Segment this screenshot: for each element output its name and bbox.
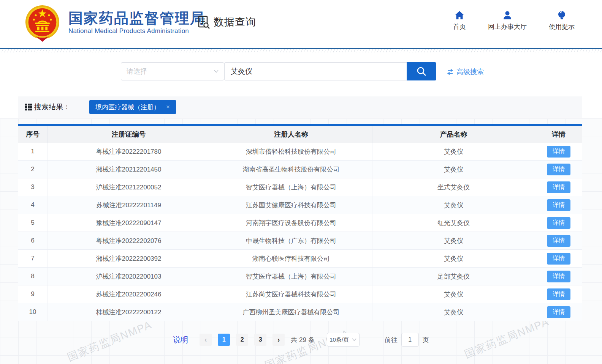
page-size-select[interactable]: 10条/页 <box>327 333 360 347</box>
detail-button[interactable]: 详情 <box>547 288 570 300</box>
page-button-1[interactable]: 1 <box>218 334 230 346</box>
nav-label: 首页 <box>453 22 466 31</box>
filter-sliders-icon <box>447 68 454 76</box>
registrant-name: 江苏国艾健康医疗科技有限公司 <box>210 196 372 214</box>
detail-button[interactable]: 详情 <box>547 199 570 211</box>
nav-item-service-hall[interactable]: 网上办事大厅 <box>488 11 527 31</box>
table-row: 9 苏械注准20202200246 江苏尚艾医疗器械科技有限公司 艾灸仪 详情 <box>18 285 582 303</box>
home-icon <box>455 11 464 20</box>
detail-button[interactable]: 详情 <box>547 146 570 158</box>
registrant-name: 中晟生物科技（广东）有限公司 <box>210 232 372 249</box>
filter-tag-domestic-device[interactable]: 境内医疗器械（注册） × <box>89 100 176 114</box>
product-name: 艾灸仪 <box>372 161 535 178</box>
cert-number: 湘械注准20222200392 <box>48 250 210 267</box>
table-row: 5 豫械注准20222090147 河南翔宇医疗设备股份有限公司 红光艾灸仪 详… <box>18 214 582 232</box>
row-index: 9 <box>18 285 48 303</box>
table-row: 3 沪械注准20212200052 智艾医疗器械（上海）有限公司 坐式艾灸仪 详… <box>18 178 582 196</box>
page-button-3[interactable]: 3 <box>254 334 266 346</box>
grid-icon <box>25 104 32 110</box>
pagination-bar: 说明 ‹ 1 2 3 › 共 29 条 10条/页 前往 页 <box>0 333 602 347</box>
page-header: 国家药品监督管理局 National Medical Products Admi… <box>0 0 602 45</box>
product-name: 艾灸仪 <box>372 196 535 214</box>
nav-label: 网上办事大厅 <box>488 22 527 31</box>
nmpa-emblem-logo <box>24 5 61 42</box>
table-row: 4 苏械注准20222201149 江苏国艾健康医疗科技有限公司 艾灸仪 详情 <box>18 196 582 214</box>
row-index: 10 <box>18 303 48 321</box>
row-index: 2 <box>18 161 48 178</box>
table-row: 6 粤械注准20222202076 中晟生物科技（广东）有限公司 艾灸仪 详情 <box>18 232 582 250</box>
column-header-cert-number: 注册证编号 <box>48 126 210 143</box>
registrant-name: 广西柳州圣美康医疗器械有限公司 <box>210 303 372 321</box>
nav-label: 使用提示 <box>549 22 575 31</box>
table-row: 10 桂械注准20222200122 广西柳州圣美康医疗器械有限公司 艾灸仪 详… <box>18 303 582 321</box>
detail-button[interactable]: 详情 <box>547 235 570 247</box>
registrant-name: 湖南心联医疗科技有限公司 <box>210 250 372 267</box>
goto-suffix: 页 <box>423 336 429 344</box>
note-link[interactable]: 说明 <box>173 335 188 345</box>
category-select[interactable]: 请选择 <box>121 62 224 80</box>
cert-number: 沪械注准20212200052 <box>48 178 210 196</box>
search-icon <box>416 66 427 77</box>
cert-number: 桂械注准20222200122 <box>48 303 210 321</box>
prev-page-button[interactable]: ‹ <box>200 334 212 346</box>
nav-item-usage-tips[interactable]: 使用提示 <box>549 11 575 31</box>
detail-button[interactable]: 详情 <box>547 253 570 265</box>
row-index: 8 <box>18 268 48 285</box>
detail-button[interactable]: 详情 <box>547 164 570 175</box>
detail-button[interactable]: 详情 <box>547 306 570 318</box>
detail-button[interactable]: 详情 <box>547 271 570 282</box>
row-index: 5 <box>18 214 48 232</box>
nmpa-data-query-page: 国家药品监督管理局 National Medical Products Admi… <box>0 0 602 364</box>
advanced-search-link[interactable]: 高级搜索 <box>447 67 484 76</box>
row-index: 1 <box>18 143 48 160</box>
cert-number: 苏械注准20202200246 <box>48 285 210 303</box>
close-icon[interactable]: × <box>166 103 170 111</box>
nav-item-home[interactable]: 首页 <box>453 11 466 31</box>
cert-number: 粤械注准20222201780 <box>48 143 210 160</box>
org-title-block: 国家药品监督管理局 National Medical Products Admi… <box>68 10 205 35</box>
search-button[interactable] <box>407 62 436 80</box>
detail-button[interactable]: 详情 <box>547 217 570 229</box>
search-results-bar: 搜索结果： 境内医疗器械（注册） × <box>18 96 582 118</box>
goto-page-group: 前往 页 <box>385 333 429 347</box>
cert-number: 湘械注准20212201450 <box>48 161 210 178</box>
module-title-text: 数据查询 <box>214 15 256 29</box>
table-row: 2 湘械注准20212201450 湖南省高圣生物科技股份有限公司 艾灸仪 详情 <box>18 161 582 178</box>
product-name: 艾灸仪 <box>372 285 535 303</box>
header-hatch-band <box>0 49 602 52</box>
header-nav: 首页 网上办事大厅 使用提示 <box>453 11 575 31</box>
registrant-name: 深圳市倍轻松科技股份有限公司 <box>210 143 372 160</box>
product-name: 艾灸仪 <box>372 232 535 249</box>
cert-number: 苏械注准20222201149 <box>48 196 210 214</box>
product-name: 艾灸仪 <box>372 303 535 321</box>
org-name-zh: 国家药品监督管理局 <box>68 10 205 27</box>
column-header-detail: 详情 <box>535 126 582 143</box>
table-header-row: 序号 注册证编号 注册人名称 产品名称 详情 <box>18 126 582 143</box>
org-name-en: National Medical Products Administration <box>68 27 205 35</box>
row-index: 4 <box>18 196 48 214</box>
results-table: 序号 注册证编号 注册人名称 产品名称 详情 1 粤械注准20222201780… <box>18 124 582 321</box>
table-row: 7 湘械注准20222200392 湖南心联医疗科技有限公司 艾灸仪 详情 <box>18 250 582 268</box>
column-header-index: 序号 <box>18 126 48 143</box>
registrant-name: 江苏尚艾医疗器械科技有限公司 <box>210 285 372 303</box>
product-name: 足部艾灸仪 <box>372 268 535 285</box>
cert-number: 豫械注准20222090147 <box>48 214 210 232</box>
cert-number: 粤械注准20222202076 <box>48 232 210 249</box>
row-index: 7 <box>18 250 48 267</box>
table-row: 8 沪械注准20202200103 智艾医疗器械（上海）有限公司 足部艾灸仪 详… <box>18 268 582 285</box>
column-header-product: 产品名称 <box>372 126 535 143</box>
registrant-name: 河南翔宇医疗设备股份有限公司 <box>210 214 372 232</box>
goto-page-input[interactable] <box>401 333 419 347</box>
product-name: 艾灸仪 <box>372 250 535 267</box>
user-icon <box>502 11 512 20</box>
goto-label: 前往 <box>385 336 398 344</box>
search-group <box>224 62 436 80</box>
row-index: 6 <box>18 232 48 249</box>
next-page-button[interactable]: › <box>272 334 285 346</box>
product-name: 艾灸仪 <box>372 143 535 160</box>
detail-button[interactable]: 详情 <box>547 181 570 193</box>
page-size-value: 10条/页 <box>330 336 349 344</box>
data-query-icon <box>196 14 211 30</box>
search-input[interactable] <box>224 62 407 80</box>
page-button-2[interactable]: 2 <box>236 334 248 346</box>
